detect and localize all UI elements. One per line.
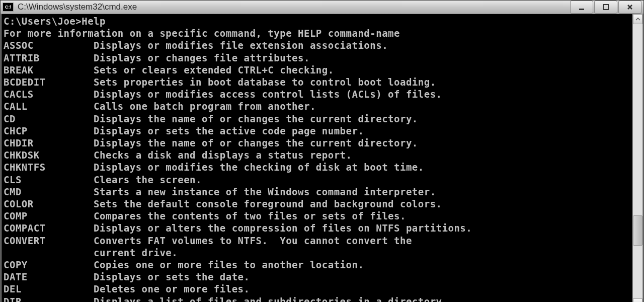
content-area: C:\Users\Joe>Help For more information o… [1, 14, 643, 302]
command-prompt-window: C:\ C:\Windows\system32\cmd.exe C:\Users… [0, 0, 644, 302]
maximize-button[interactable] [594, 1, 617, 14]
maximize-icon [602, 4, 609, 11]
minimize-icon [578, 4, 585, 11]
close-icon [626, 4, 633, 11]
svg-rect-0 [579, 9, 584, 10]
scroll-up-button[interactable] [633, 14, 642, 24]
scroll-down-button[interactable] [633, 298, 642, 302]
scroll-thumb[interactable] [633, 215, 642, 246]
window-title: C:\Windows\system32\cmd.exe [18, 2, 570, 12]
window-controls [570, 1, 641, 14]
titlebar[interactable]: C:\ C:\Windows\system32\cmd.exe [1, 1, 643, 14]
scroll-track[interactable] [633, 24, 642, 298]
app-icon: C:\ [3, 3, 14, 12]
close-button[interactable] [618, 1, 641, 14]
terminal-output[interactable]: C:\Users\Joe>Help For more information o… [2, 14, 632, 302]
chevron-up-icon [635, 18, 640, 21]
minimize-button[interactable] [570, 1, 593, 14]
svg-rect-1 [603, 5, 608, 10]
vertical-scrollbar[interactable] [632, 14, 642, 302]
